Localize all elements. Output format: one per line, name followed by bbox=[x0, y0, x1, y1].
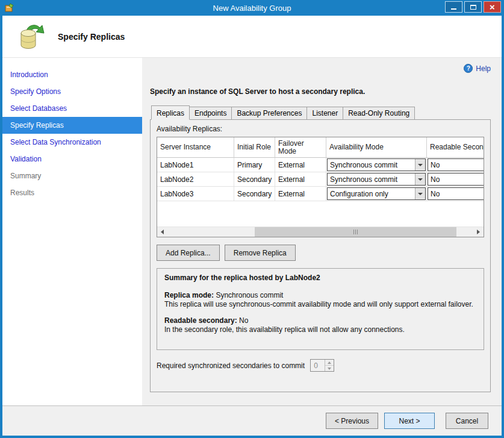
initial-role-cell: Primary bbox=[234, 158, 275, 172]
tab-listener[interactable]: Listener bbox=[306, 107, 343, 120]
instruction-text: Specify an instance of SQL Server to hos… bbox=[150, 87, 491, 96]
chevron-up-icon bbox=[328, 361, 331, 364]
minimize-button[interactable] bbox=[445, 1, 462, 13]
replica-summary-box: Summary for the replica hosted by LabNod… bbox=[157, 268, 484, 350]
spinner-up-button bbox=[325, 360, 334, 366]
spinner-down-button bbox=[325, 366, 334, 371]
replica-mode-line: Replica mode: Synchronous commit bbox=[164, 291, 476, 300]
previous-button[interactable]: < Previous bbox=[326, 413, 378, 429]
replica-mode-value: Synchronous commit bbox=[216, 291, 283, 299]
readable-secondary-line: Readable secondary: No bbox=[164, 316, 476, 325]
cancel-button[interactable]: Cancel bbox=[446, 413, 488, 429]
initial-role-cell: Secondary bbox=[234, 187, 275, 201]
readable-secondary-select[interactable]: No bbox=[428, 173, 484, 186]
tab-endpoints[interactable]: Endpoints bbox=[189, 107, 232, 120]
close-button[interactable]: × bbox=[484, 1, 501, 13]
column-header-failover-mode: Failover Mode bbox=[275, 137, 326, 158]
column-header-availability-mode: Availability Mode bbox=[326, 137, 427, 158]
grid-button-row: Add Replica... Remove Replica bbox=[157, 245, 484, 261]
wizard-steps-sidebar: Introduction Specify Options Select Data… bbox=[2, 58, 142, 405]
maximize-icon bbox=[470, 5, 476, 10]
tab-strip: Replicas Endpoints Backup Preferences Li… bbox=[150, 105, 491, 120]
wizard-footer: < Previous Next > Cancel bbox=[2, 405, 502, 436]
help-icon[interactable]: ? bbox=[464, 64, 473, 73]
failover-mode-cell: External bbox=[275, 158, 326, 172]
readable-secondary-value: No bbox=[431, 190, 440, 198]
failover-mode-cell: External bbox=[275, 172, 326, 187]
next-button[interactable]: Next > bbox=[384, 413, 435, 429]
window-controls: × bbox=[445, 1, 501, 13]
availability-mode-value: Synchronous commit bbox=[328, 174, 415, 185]
chevron-down-icon[interactable] bbox=[415, 188, 425, 199]
help-row: ? Help bbox=[150, 64, 491, 73]
availability-group-icon bbox=[17, 22, 46, 51]
readable-secondary-label: Readable secondary: bbox=[164, 316, 237, 325]
summary-title: Summary for the replica hosted by LabNod… bbox=[164, 274, 476, 283]
sidebar-item-validation[interactable]: Validation bbox=[2, 151, 142, 167]
scrollbar-track[interactable] bbox=[167, 227, 473, 237]
sidebar-item-specify-options[interactable]: Specify Options bbox=[2, 83, 142, 100]
page-title: Specify Replicas bbox=[58, 32, 125, 42]
tab-replicas[interactable]: Replicas bbox=[151, 105, 190, 120]
readable-secondary-select[interactable]: No bbox=[428, 158, 484, 171]
horizontal-scrollbar[interactable] bbox=[157, 227, 484, 237]
help-icon-glyph: ? bbox=[467, 65, 470, 72]
grid-header-row: Server Instance Initial Role Failover Mo… bbox=[157, 137, 484, 158]
column-header-server-instance: Server Instance bbox=[157, 137, 234, 158]
scroll-left-button[interactable] bbox=[157, 227, 167, 237]
remove-replica-button[interactable]: Remove Replica bbox=[225, 245, 296, 261]
readable-secondary-value: No bbox=[431, 161, 440, 169]
scroll-right-button[interactable] bbox=[473, 227, 484, 237]
availability-replicas-label: Availability Replicas: bbox=[157, 125, 484, 133]
tab-backup-preferences[interactable]: Backup Preferences bbox=[231, 107, 307, 120]
server-instance-cell: LabNode2 bbox=[157, 172, 234, 187]
sidebar-item-select-data-synchronization[interactable]: Select Data Synchronization bbox=[2, 134, 142, 151]
sidebar-item-specify-replicas[interactable]: Specify Replicas bbox=[2, 117, 142, 134]
tab-read-only-routing[interactable]: Read-Only Routing bbox=[343, 107, 415, 120]
scrollbar-thumb[interactable] bbox=[255, 227, 456, 237]
availability-mode-value: Configuration only bbox=[328, 188, 415, 199]
required-secondaries-label: Required synchronized secondaries to com… bbox=[157, 361, 305, 370]
initial-role-cell: Secondary bbox=[234, 172, 275, 187]
sidebar-item-select-databases[interactable]: Select Databases bbox=[2, 100, 142, 117]
availability-mode-value: Synchronous commit bbox=[328, 159, 415, 171]
table-row: LabNode3 Secondary External Configuratio… bbox=[157, 187, 484, 201]
new-availability-group-dialog: New Availability Group × Specify Replica… bbox=[0, 0, 504, 438]
required-secondaries-value: 0 bbox=[311, 360, 325, 371]
wizard-header: Specify Replicas bbox=[2, 16, 502, 58]
availability-mode-select[interactable]: Configuration only bbox=[327, 187, 426, 200]
add-replica-button[interactable]: Add Replica... bbox=[157, 245, 220, 261]
sidebar-item-summary: Summary bbox=[2, 167, 142, 184]
replica-mode-description: This replica will use synchronous-commit… bbox=[164, 300, 476, 309]
replicas-grid: Server Instance Initial Role Failover Mo… bbox=[157, 137, 484, 237]
app-icon bbox=[5, 3, 14, 13]
help-link[interactable]: Help bbox=[476, 64, 491, 73]
required-secondaries-row: Required synchronized secondaries to com… bbox=[157, 359, 484, 372]
table-row: LabNode2 Secondary External Synchronous … bbox=[157, 172, 484, 187]
dialog-body: Specify Replicas Introduction Specify Op… bbox=[2, 16, 502, 436]
availability-mode-select[interactable]: Synchronous commit bbox=[327, 173, 426, 186]
maximize-button[interactable] bbox=[464, 1, 482, 13]
availability-mode-select[interactable]: Synchronous commit bbox=[327, 158, 426, 171]
table-row: LabNode1 Primary External Synchronous co… bbox=[157, 158, 484, 172]
sidebar-item-introduction[interactable]: Introduction bbox=[2, 66, 142, 83]
scroll-left-icon bbox=[161, 230, 164, 234]
minimize-icon bbox=[451, 8, 456, 10]
spinner-buttons bbox=[325, 360, 334, 371]
title-bar[interactable]: New Availability Group × bbox=[0, 0, 504, 16]
chevron-down-icon bbox=[328, 368, 331, 370]
chevron-down-icon[interactable] bbox=[415, 174, 425, 185]
chevron-down-icon[interactable] bbox=[415, 159, 425, 171]
sidebar-item-results: Results bbox=[2, 184, 142, 201]
readable-secondary-select[interactable]: No bbox=[428, 187, 484, 200]
required-secondaries-spinner: 0 bbox=[310, 359, 334, 372]
scroll-right-icon bbox=[477, 230, 480, 234]
failover-mode-cell: External bbox=[275, 187, 326, 201]
replicas-grid-viewport: Server Instance Initial Role Failover Mo… bbox=[157, 137, 484, 228]
readable-secondary-value: No bbox=[431, 175, 440, 184]
server-instance-cell: LabNode1 bbox=[157, 158, 234, 172]
readable-secondary-description: In the secondary role, this availability… bbox=[164, 325, 476, 334]
close-icon: × bbox=[490, 2, 495, 11]
main-content: ? Help Specify an instance of SQL Server… bbox=[142, 58, 502, 405]
readable-secondary-value: No bbox=[239, 316, 248, 325]
